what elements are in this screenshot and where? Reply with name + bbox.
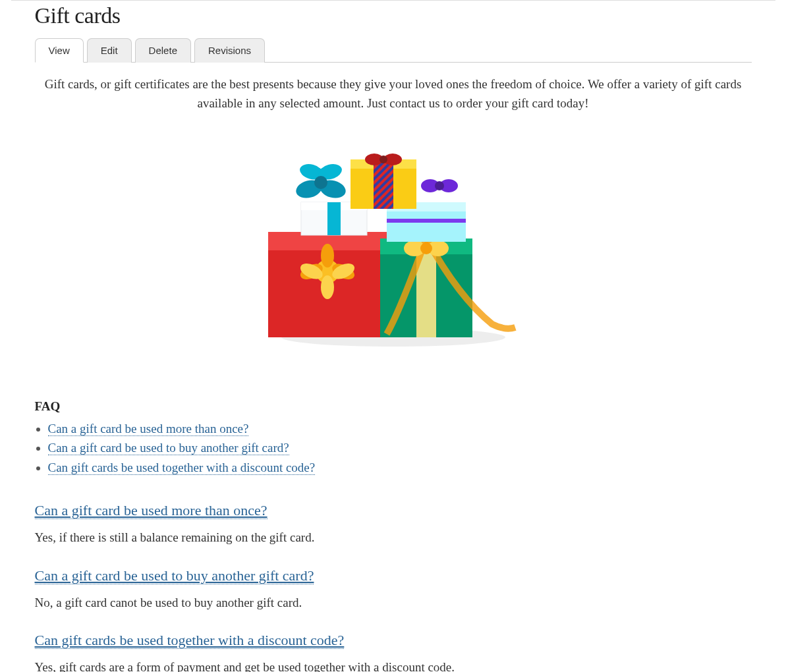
svg-rect-18 (387, 219, 466, 223)
faq-answer: Yes, if there is still a balance remaini… (35, 528, 752, 547)
list-item: Can a gift card be used to buy another g… (48, 438, 752, 457)
tab-label: View (49, 45, 70, 56)
faq-link[interactable]: Can a gift card be used more than once? (48, 422, 249, 436)
faq-question-link[interactable]: Can gift cards be used together with a d… (35, 632, 345, 649)
tab-label: Delete (149, 45, 177, 56)
faq-heading: FAQ (35, 399, 752, 414)
content-container: Gift cards View Edit Delete Revisions Gi… (11, 0, 775, 672)
svg-rect-33 (374, 159, 393, 209)
tab-delete[interactable]: Delete (135, 38, 191, 63)
faq-question-link[interactable]: Can a gift card be used to buy another g… (35, 567, 314, 584)
faq-item: Can gift cards be used together with a d… (35, 632, 752, 672)
list-item: Can a gift card be used more than once? (48, 419, 752, 438)
tab-label: Revisions (208, 45, 251, 56)
svg-point-15 (420, 242, 432, 254)
faq-question-link[interactable]: Can a gift card be used more than once? (35, 502, 267, 519)
tab-view[interactable]: View (35, 38, 84, 63)
tab-edit[interactable]: Edit (87, 38, 132, 63)
svg-point-9 (321, 275, 334, 299)
faq-answer: Yes, gift cards are a form of payment an… (35, 658, 752, 672)
gift-image-wrapper (35, 140, 752, 353)
svg-point-38 (379, 155, 387, 163)
svg-rect-24 (327, 202, 341, 235)
svg-point-29 (314, 176, 327, 189)
intro-text: Gift cards, or gift certificates are the… (35, 74, 752, 113)
svg-point-8 (321, 244, 334, 267)
tabs-bar: View Edit Delete Revisions (35, 38, 752, 63)
tab-label: Edit (101, 45, 118, 56)
list-item: Can gift cards be used together with a d… (48, 458, 752, 477)
svg-point-21 (435, 181, 444, 190)
faq-answer: No, a gift card canot be used to buy ano… (35, 594, 752, 613)
faq-link[interactable]: Can gift cards be used together with a d… (48, 461, 316, 475)
faq-item: Can a gift card be used to buy another g… (35, 567, 752, 613)
tab-revisions[interactable]: Revisions (194, 38, 265, 63)
faq-link-list: Can a gift card be used more than once? … (35, 419, 752, 477)
faq-link[interactable]: Can a gift card be used to buy another g… (48, 441, 289, 455)
faq-item: Can a gift card be used more than once? … (35, 502, 752, 547)
gift-boxes-image (255, 140, 532, 350)
page-title: Gift cards (35, 3, 752, 28)
